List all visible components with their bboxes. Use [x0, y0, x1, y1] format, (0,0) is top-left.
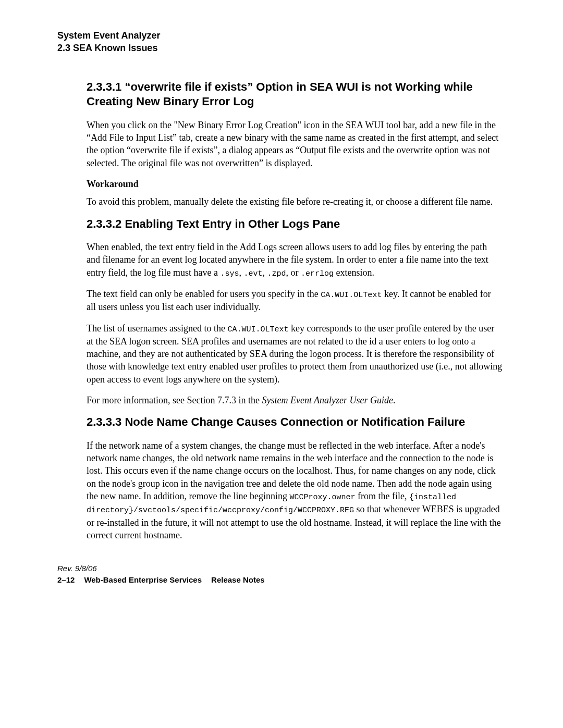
doc-ref-user-guide: System Event Analyzer User Guide — [262, 395, 393, 405]
code-ext-errlog: .errlog — [301, 269, 334, 278]
text-run: extension. — [334, 267, 374, 278]
running-header: System Event Analyzer 2.3 SEA Known Issu… — [57, 29, 506, 55]
text-run: The text field can only be enabled for u… — [87, 289, 321, 299]
section-2332-p1: When enabled, the text entry field in th… — [87, 241, 503, 279]
running-header-line1: System Event Analyzer — [57, 29, 506, 42]
text-run: from the file, — [355, 491, 409, 501]
text-run: , or — [286, 267, 301, 278]
code-ext-evt: .evt — [243, 269, 262, 278]
footer-page-number: 2–12 — [57, 575, 75, 584]
text-run: For more information, see Section 7.7.3 … — [87, 395, 262, 405]
footer-doc-sub: Release Notes — [211, 575, 265, 584]
section-2332-p4: For more information, see Section 7.7.3 … — [87, 394, 503, 406]
running-header-line2: 2.3 SEA Known Issues — [57, 42, 506, 54]
footer-line2: 2–12Web-Based Enterprise ServicesRelease… — [57, 575, 506, 585]
code-key-oltext: CA.WUI.OLText — [321, 291, 382, 300]
section-2333-p1: If the network name of a system changes,… — [87, 439, 503, 541]
code-ext-zpd: .zpd — [267, 269, 286, 278]
page-footer: Rev. 9/8/06 2–12Web-Based Enterprise Ser… — [57, 563, 506, 586]
code-ext-sys: .sys — [220, 269, 239, 278]
text-run: If the network name of a system changes,… — [87, 440, 496, 501]
page-body: 2.3.3.1 “overwrite file if exists” Optio… — [87, 80, 503, 542]
code-key-oltext-2: CA.WUI.OLText — [227, 325, 288, 334]
section-2332-p3: The list of usernames assigned to the CA… — [87, 322, 503, 386]
text-run: The list of usernames assigned to the — [87, 323, 227, 334]
footer-doc-title: Web-Based Enterprise Services — [84, 575, 202, 584]
footer-revision: Rev. 9/8/06 — [57, 563, 506, 574]
code-wccproxy-owner: WCCProxy.owner — [289, 493, 355, 502]
section-2331-p1: When you click on the "New Binary Error … — [87, 119, 503, 169]
text-run: . — [393, 395, 396, 405]
workaround-label: Workaround — [87, 178, 503, 190]
section-2332-p2: The text field can only be enabled for u… — [87, 288, 503, 314]
section-2333-title: 2.3.3.3 Node Name Change Causes Connecti… — [87, 415, 503, 430]
section-2331-p2: To avoid this problem, manually delete t… — [87, 195, 503, 208]
section-2331-title: 2.3.3.1 “overwrite file if exists” Optio… — [87, 80, 503, 109]
section-2332-title: 2.3.3.2 Enabling Text Entry in Other Log… — [87, 217, 503, 232]
